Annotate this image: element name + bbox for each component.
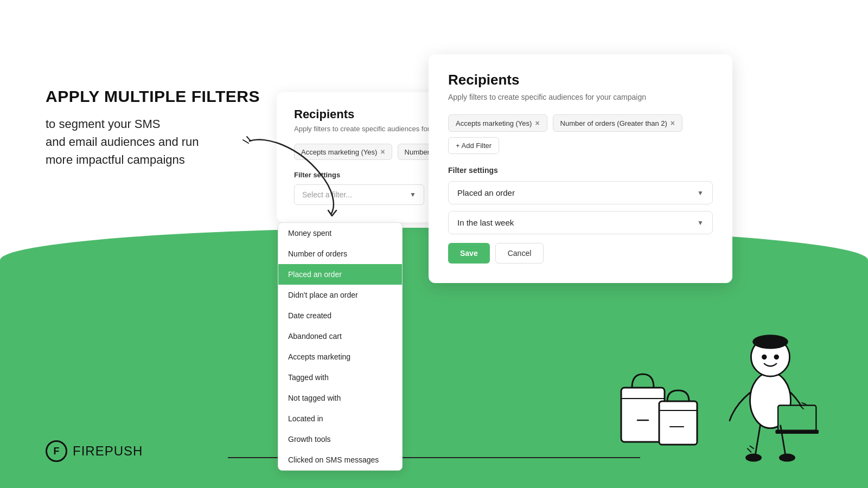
logo-text: FIREPUSH: [73, 444, 143, 459]
dropdown-item-abandoned-cart[interactable]: Abandoned cart: [278, 326, 402, 346]
dropdown-item-didnt-place[interactable]: Didn't place an order: [278, 285, 402, 305]
dropdown-item-clicked-sms[interactable]: Clicked on SMS messages: [278, 450, 402, 470]
dropdown-item-accepts-marketing[interactable]: Accepts marketing: [278, 346, 402, 367]
filter-tag-marketing-label: Accepts marketing (Yes): [301, 148, 377, 156]
svg-rect-5: [778, 406, 816, 431]
front-filter-marketing[interactable]: Accepts marketing (Yes) ×: [448, 114, 547, 132]
logo-icon: F: [46, 440, 67, 462]
save-button[interactable]: Save: [448, 243, 490, 264]
front-filter-orders[interactable]: Number of orders (Greater than 2) ×: [553, 114, 682, 132]
shopping-bags: [618, 350, 705, 458]
front-filter-settings-label: Filter settings: [448, 166, 713, 175]
svg-point-2: [752, 335, 788, 349]
chevron-down-icon: ▼: [410, 191, 416, 198]
svg-rect-9: [621, 388, 665, 442]
dropdown-item-placed-order[interactable]: Placed an order: [278, 264, 402, 285]
svg-point-7: [745, 454, 762, 462]
body-text: to segment your SMS and email audiences …: [46, 115, 260, 169]
add-filter-button[interactable]: + Add Filter: [448, 137, 499, 154]
filter-select-back[interactable]: Select a filter... ▼: [294, 184, 424, 205]
logo-light: PUSH: [105, 444, 143, 458]
card-front-filters: Accepts marketing (Yes) × Number of orde…: [448, 114, 713, 154]
placed-order-select[interactable]: Placed an order ▼: [448, 181, 713, 204]
character-illustration: [716, 304, 825, 466]
svg-point-8: [779, 454, 795, 462]
svg-point-3: [762, 355, 767, 359]
dropdown-item-money-spent[interactable]: Money spent: [278, 223, 402, 243]
dropdown-item-growth-tools[interactable]: Growth tools: [278, 429, 402, 450]
filter-tag-marketing-remove[interactable]: ×: [380, 147, 385, 156]
dropdown-item-number-of-orders[interactable]: Number of orders: [278, 243, 402, 264]
action-buttons: Save Cancel: [448, 243, 713, 264]
chevron-down-icon-2: ▼: [697, 219, 704, 227]
front-filter-orders-remove[interactable]: ×: [671, 119, 675, 127]
front-filter-marketing-label: Accepts marketing (Yes): [456, 119, 532, 127]
dropdown-item-located-in[interactable]: Located in: [278, 408, 402, 429]
last-week-select-value: In the last week: [457, 218, 514, 227]
last-week-select[interactable]: In the last week ▼: [448, 211, 713, 234]
filter-dropdown-menu[interactable]: Money spent Number of orders Placed an o…: [278, 222, 403, 471]
body-line2: and email audiences and run: [46, 135, 199, 149]
logo: F FIREPUSH: [46, 440, 143, 462]
filter-tag-marketing[interactable]: Accepts marketing (Yes) ×: [294, 144, 392, 160]
chevron-down-icon-1: ▼: [697, 189, 704, 197]
card-front: Recipients Apply filters to create speci…: [429, 54, 732, 283]
dropdown-item-not-tagged-with[interactable]: Not tagged with: [278, 388, 402, 408]
body-line3: more impactful campaigns: [46, 153, 185, 166]
svg-rect-11: [659, 401, 697, 445]
headline: APPLY MULTIPLE FILTERS: [46, 87, 260, 106]
placed-order-select-value: Placed an order: [457, 188, 515, 197]
dropdown-item-date-created[interactable]: Date created: [278, 305, 402, 326]
body-line1: to segment your SMS: [46, 117, 161, 131]
card-front-subtitle: Apply filters to create specific audienc…: [448, 93, 713, 101]
left-content-area: APPLY MULTIPLE FILTERS to segment your S…: [46, 87, 260, 169]
front-filter-marketing-remove[interactable]: ×: [535, 119, 539, 127]
card-front-title: Recipients: [448, 72, 713, 88]
logo-bold: FIRE: [73, 444, 105, 458]
dropdown-item-tagged-with[interactable]: Tagged with: [278, 367, 402, 388]
cancel-button[interactable]: Cancel: [495, 243, 544, 264]
front-filter-orders-label: Number of orders (Greater than 2): [560, 119, 667, 127]
svg-point-4: [774, 355, 779, 359]
filter-select-back-value: Select a filter...: [302, 190, 352, 199]
